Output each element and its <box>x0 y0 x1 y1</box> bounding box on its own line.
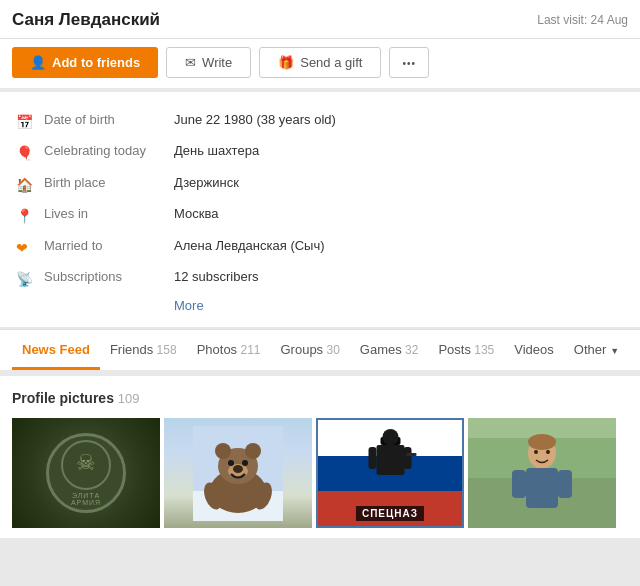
dob-label: Date of birth <box>44 110 174 131</box>
calendar-icon: 📅 <box>16 111 38 133</box>
info-row-subscriptions: 📡 Subscriptions 12 subscribers <box>16 263 624 294</box>
skull-icon: ☠ <box>61 440 111 490</box>
tab-news-feed[interactable]: News Feed <box>12 330 100 370</box>
info-row-birthplace: 🏠 Birth place Дзержинск <box>16 169 624 200</box>
svg-rect-16 <box>377 445 405 475</box>
tab-posts-label: Posts <box>438 342 471 357</box>
subscriptions-label: Subscriptions <box>44 267 174 288</box>
subscriptions-value: 12 subscribers <box>174 267 259 288</box>
tab-games[interactable]: Games 32 <box>350 330 429 370</box>
photo-item-2[interactable] <box>164 418 312 528</box>
tab-games-count: 32 <box>402 343 419 357</box>
person-photo-bg <box>468 418 616 528</box>
svg-point-9 <box>228 460 234 466</box>
add-friends-label: Add to friends <box>52 55 140 70</box>
tab-groups-label: Groups <box>280 342 323 357</box>
svg-point-7 <box>245 443 261 459</box>
person-illustration <box>468 418 616 528</box>
tab-videos-label: Videos <box>514 342 554 357</box>
info-row-celebrating: 🎈 Celebrating today День шахтера <box>16 137 624 168</box>
svg-rect-18 <box>404 447 412 469</box>
pin-icon: 📍 <box>16 205 38 227</box>
info-row-livesin: 📍 Lives in Москва <box>16 200 624 231</box>
bear-illustration <box>193 426 283 521</box>
photo-item-4[interactable] <box>468 418 616 528</box>
profile-header: Саня Левданский Last visit: 24 Aug <box>0 0 640 39</box>
svg-rect-19 <box>407 453 417 456</box>
tab-other-label: Other <box>574 342 607 357</box>
tab-groups-count: 30 <box>323 343 340 357</box>
send-gift-label: Send a gift <box>300 55 362 70</box>
soldier-silhouette <box>363 425 418 493</box>
last-visit: Last visit: 24 Aug <box>537 13 628 27</box>
svg-point-28 <box>534 450 538 454</box>
write-label: Write <box>202 55 232 70</box>
birthplace-label: Birth place <box>44 173 174 194</box>
write-button[interactable]: Write <box>166 47 251 78</box>
svg-point-6 <box>215 443 231 459</box>
more-link[interactable]: More <box>174 298 204 313</box>
info-section: 📅 Date of birth June 22 1980 (38 years o… <box>0 92 640 327</box>
celebrating-value: День шахтера <box>174 141 259 162</box>
svg-rect-17 <box>369 447 377 469</box>
photos-section-title: Profile pictures 109 <box>12 390 628 406</box>
tab-posts-count: 135 <box>471 343 494 357</box>
photos-count: 109 <box>118 391 140 406</box>
add-friends-button[interactable]: Add to friends <box>12 47 158 78</box>
photo-item-1[interactable]: ☠ ЭЛИТА АРМИЯ <box>12 418 160 528</box>
svg-point-15 <box>383 429 399 445</box>
patch-emblem: ☠ ЭЛИТА АРМИЯ <box>46 433 126 513</box>
tab-posts[interactable]: Posts 135 <box>428 330 504 370</box>
patch-text-bottom: АРМИЯ <box>71 499 101 506</box>
tab-photos-count: 211 <box>237 343 260 357</box>
profile-name: Саня Левданский <box>12 10 160 30</box>
more-button[interactable] <box>389 47 429 78</box>
svg-point-11 <box>233 465 243 473</box>
photo-patch-bg: ☠ ЭЛИТА АРМИЯ <box>12 418 160 528</box>
patch-text-top: ЭЛИТА <box>72 492 100 499</box>
dob-value: June 22 1980 (38 years old) <box>174 110 336 131</box>
info-row-married: ❤ Married to Алена Левданская (Сыч) <box>16 232 624 263</box>
tab-photos[interactable]: Photos 211 <box>187 330 271 370</box>
tab-groups[interactable]: Groups 30 <box>270 330 349 370</box>
action-bar: Add to friends Write Send a gift <box>0 39 640 90</box>
photo-item-3[interactable]: СПЕЦНАЗ <box>316 418 464 528</box>
spetsnaz-text: СПЕЦНАЗ <box>356 506 424 521</box>
svg-point-27 <box>528 434 556 450</box>
tab-photos-label: Photos <box>197 342 237 357</box>
dots-icon <box>402 55 416 70</box>
svg-text:☠: ☠ <box>76 450 96 475</box>
rss-icon: 📡 <box>16 268 38 290</box>
balloon-icon: 🎈 <box>16 142 38 164</box>
married-label: Married to <box>44 236 174 257</box>
tab-friends[interactable]: Friends 158 <box>100 330 187 370</box>
spetsnaz-photo: СПЕЦНАЗ <box>318 420 462 526</box>
married-value: Алена Левданская (Сыч) <box>174 236 325 257</box>
svg-point-29 <box>546 450 550 454</box>
tab-news-feed-label: News Feed <box>22 342 90 357</box>
home-icon: 🏠 <box>16 174 38 196</box>
birthplace-value: Дзержинск <box>174 173 239 194</box>
tab-videos[interactable]: Videos <box>504 330 564 370</box>
photos-section: Profile pictures 109 ☠ ЭЛИТА АРМИЯ <box>0 376 640 538</box>
livesin-value: Москва <box>174 204 218 225</box>
chevron-down-icon <box>610 342 619 357</box>
add-user-icon <box>30 55 46 70</box>
tab-friends-count: 158 <box>153 343 176 357</box>
tab-games-label: Games <box>360 342 402 357</box>
nav-tabs: News Feed Friends 158 Photos 211 Groups … <box>0 329 640 370</box>
celebrating-label: Celebrating today <box>44 141 174 162</box>
bear-photo-bg <box>164 418 312 528</box>
gift-icon <box>278 55 294 70</box>
envelope-icon <box>185 55 196 70</box>
info-row-dob: 📅 Date of birth June 22 1980 (38 years o… <box>16 106 624 137</box>
send-gift-button[interactable]: Send a gift <box>259 47 381 78</box>
heart-icon: ❤ <box>16 237 38 259</box>
photos-grid: ☠ ЭЛИТА АРМИЯ <box>12 418 628 528</box>
svg-point-10 <box>242 460 248 466</box>
svg-rect-25 <box>512 470 526 498</box>
tab-other[interactable]: Other <box>564 330 629 370</box>
svg-rect-26 <box>558 470 572 498</box>
svg-rect-24 <box>526 468 558 508</box>
livesin-label: Lives in <box>44 204 174 225</box>
